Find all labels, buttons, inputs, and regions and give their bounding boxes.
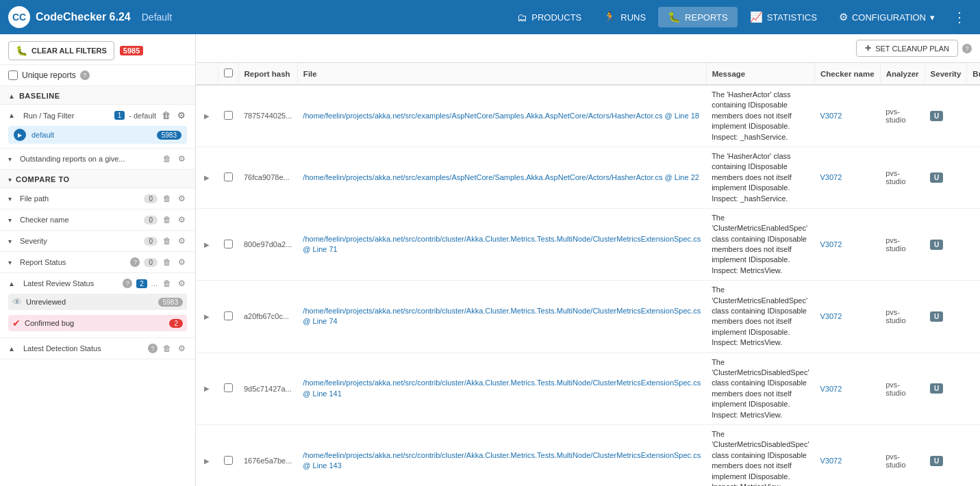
latest-review-more-btn[interactable]: ...: [151, 279, 158, 287]
latest-detection-help-icon[interactable]: ?: [148, 344, 158, 353]
row-checkbox[interactable]: [224, 240, 233, 248]
nav-configuration-btn[interactable]: ⚙ CONFIGURATION ▾: [829, 7, 944, 27]
file-cell: /home/feelin/projects/akka.net/src/contr…: [297, 281, 706, 353]
run-tag-section: ▲ Run / Tag Filter 1 - default 🗑 ⚙ ▶ def…: [0, 105, 195, 149]
unique-reports-row: Unique reports ?: [0, 65, 195, 86]
statistics-label: STATISTICS: [767, 12, 817, 23]
row-checkbox[interactable]: [224, 311, 233, 320]
file-link[interactable]: /home/feelin/projects/akka.net/src/contr…: [303, 307, 701, 325]
set-cleanup-btn[interactable]: ✚ SET CLEANUP PLAN: [856, 40, 958, 57]
set-cleanup-label: SET CLEANUP PLAN: [875, 44, 949, 53]
checker-name-count: 0: [144, 216, 158, 225]
col-expand: [196, 63, 218, 85]
report-status-section: ▾ Report Status ? 0 🗑 ⚙: [0, 252, 195, 273]
row-checkbox-cell: [218, 424, 238, 486]
severity-settings-btn[interactable]: ⚙: [177, 235, 187, 247]
unreviewed-label: Unreviewed: [26, 298, 154, 306]
run-tag-settings-btn[interactable]: ⚙: [176, 109, 187, 122]
row-expand-btn[interactable]: ▶: [201, 240, 212, 250]
file-cell: /home/feelin/projects/akka.net/src/contr…: [297, 208, 706, 280]
file-path-row: ▾ File path 0 🗑 ⚙: [8, 192, 187, 205]
runs-icon: 🏃: [603, 11, 616, 23]
report-hash-cell: 1676e5a7be...: [238, 424, 297, 486]
row-checkbox[interactable]: [224, 383, 233, 392]
latest-detection-row: ▲ Latest Detection Status ? 🗑 ⚙: [8, 342, 187, 355]
compare-to-section-header[interactable]: ▾ COMPARE TO: [0, 170, 195, 188]
row-expand-btn[interactable]: ▶: [201, 311, 212, 322]
latest-review-settings-btn[interactable]: ⚙: [177, 277, 187, 290]
report-hash-cell: a20fb67c0c...: [238, 281, 297, 353]
latest-review-help-icon[interactable]: ?: [123, 279, 132, 288]
unreviewed-item[interactable]: 👁 Unreviewed 5983: [8, 294, 187, 310]
checker-name-settings-btn[interactable]: ⚙: [177, 214, 187, 226]
confirmed-item[interactable]: ✔ Confirmed bug 2: [8, 315, 187, 331]
row-checkbox-cell: [218, 85, 238, 146]
report-status-help-icon[interactable]: ?: [130, 257, 140, 267]
severity-badge: U: [930, 311, 943, 322]
col-severity: Severity: [925, 63, 967, 85]
unique-reports-checkbox[interactable]: [8, 71, 18, 80]
baseline-section-header[interactable]: ▲ BASELINE: [0, 86, 195, 105]
expand-cell: ▶: [196, 353, 218, 424]
run-item: ▶ default 5983: [8, 126, 187, 144]
outstanding-settings-btn[interactable]: ⚙: [177, 153, 187, 165]
expand-cell: ▶: [196, 146, 218, 208]
reports-label: REPORTS: [685, 12, 728, 23]
file-link[interactable]: /home/feelin/projects/akka.net/src/contr…: [303, 235, 701, 253]
nav-products-btn[interactable]: 🗂 PRODUCTS: [507, 8, 591, 27]
topnav: CC CodeChecker 6.24 Default 🗂 PRODUCTS 🏃…: [0, 0, 980, 34]
message-cell: The 'HasherActor' class containing IDisp…: [706, 146, 814, 208]
row-expand-btn[interactable]: ▶: [201, 172, 212, 183]
row-checkbox[interactable]: [224, 111, 233, 120]
table-row: ▶ 1676e5a7be... /home/feelin/projects/ak…: [196, 424, 980, 486]
reports-icon: 🐛: [668, 11, 681, 23]
checker-cell: V3072: [815, 146, 881, 208]
file-link[interactable]: /home/feelin/projects/akka.net/src/contr…: [303, 451, 701, 470]
expand-cell: ▶: [196, 85, 218, 146]
nav-runs-btn[interactable]: 🏃 RUNS: [594, 7, 655, 27]
row-expand-btn[interactable]: ▶: [201, 111, 212, 121]
row-expand-btn[interactable]: ▶: [201, 456, 212, 466]
message-cell: The 'ClusterMetricsDisabledSpec' class c…: [706, 353, 814, 424]
sidebar-top: 🐛 CLEAR ALL FILTERS 5985: [0, 34, 195, 65]
expand-cell: ▶: [196, 281, 218, 353]
clear-all-filters-btn[interactable]: 🐛 CLEAR ALL FILTERS: [8, 41, 114, 60]
report-status-settings-btn[interactable]: ⚙: [177, 256, 187, 268]
row-checkbox[interactable]: [224, 456, 233, 465]
unreviewed-count: 5983: [158, 298, 183, 307]
nav-statistics-btn[interactable]: 📈 STATISTICS: [740, 7, 827, 27]
row-checkbox[interactable]: [224, 172, 233, 181]
run-play-btn[interactable]: ▶: [14, 129, 26, 141]
nav-reports-btn[interactable]: 🐛 REPORTS: [658, 7, 738, 27]
more-menu-btn[interactable]: ⋮: [947, 6, 972, 28]
select-all-checkbox[interactable]: [224, 68, 233, 77]
file-path-settings-btn[interactable]: ⚙: [177, 192, 187, 205]
path-length-cell: 1: [967, 208, 980, 280]
file-link[interactable]: /home/feelin/projects/akka.net/src/contr…: [303, 379, 701, 397]
checker-name-delete-btn[interactable]: 🗑: [162, 214, 173, 226]
run-tag-delete-btn[interactable]: 🗑: [160, 109, 172, 122]
latest-review-label: Latest Review Status: [23, 279, 118, 287]
severity-delete-btn[interactable]: 🗑: [162, 235, 173, 247]
row-expand-btn[interactable]: ▶: [201, 383, 212, 394]
latest-detection-section: ▲ Latest Detection Status ? 🗑 ⚙: [0, 338, 195, 359]
unique-reports-help-icon[interactable]: ?: [80, 71, 90, 80]
latest-review-header-row: ▲ Latest Review Status ? 2 ... 🗑 ⚙: [8, 277, 187, 290]
latest-detection-delete-btn[interactable]: 🗑: [162, 342, 173, 355]
app-name: CodeChecker 6.24: [36, 11, 131, 23]
report-hash-cell: 76fca9078e...: [238, 146, 297, 208]
file-path-section: ▾ File path 0 🗑 ⚙: [0, 188, 195, 209]
set-cleanup-help-icon[interactable]: ?: [962, 44, 972, 53]
outstanding-delete-btn[interactable]: 🗑: [162, 153, 173, 165]
checker-name-label: Checker name: [20, 216, 140, 224]
file-path-delete-btn[interactable]: 🗑: [162, 192, 173, 205]
report-status-row: ▾ Report Status ? 0 🗑 ⚙: [8, 256, 187, 268]
nav-items: 🗂 PRODUCTS 🏃 RUNS 🐛 REPORTS 📈 STATISTICS…: [507, 6, 972, 28]
latest-review-delete-btn[interactable]: 🗑: [162, 277, 173, 290]
content-toolbar: ✚ SET CLEANUP PLAN ?: [196, 34, 980, 63]
latest-detection-arrow-icon: ▲: [8, 345, 15, 353]
report-status-delete-btn[interactable]: 🗑: [162, 256, 173, 268]
file-link[interactable]: /home/feelin/projects/akka.net/src/examp…: [303, 112, 699, 120]
file-link[interactable]: /home/feelin/projects/akka.net/src/examp…: [303, 173, 699, 181]
latest-detection-settings-btn[interactable]: ⚙: [177, 342, 187, 355]
